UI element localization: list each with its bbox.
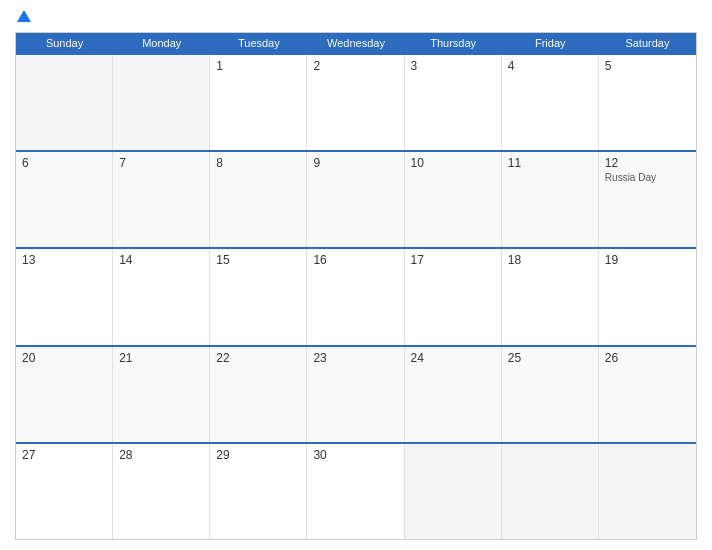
logo-triangle-icon [17, 10, 31, 22]
day-header-sunday: Sunday [16, 33, 113, 53]
day-header-monday: Monday [113, 33, 210, 53]
calendar-cell: 26 [599, 347, 696, 442]
day-number: 12 [605, 156, 690, 170]
week-row-5: 27282930 [16, 442, 696, 539]
day-number: 30 [313, 448, 397, 462]
day-number: 16 [313, 253, 397, 267]
day-number: 9 [313, 156, 397, 170]
calendar-cell [113, 55, 210, 150]
day-number: 13 [22, 253, 106, 267]
day-number: 17 [411, 253, 495, 267]
day-number: 20 [22, 351, 106, 365]
day-number: 15 [216, 253, 300, 267]
calendar-cell [502, 444, 599, 539]
calendar-cell: 28 [113, 444, 210, 539]
calendar-cell: 29 [210, 444, 307, 539]
calendar-cell: 14 [113, 249, 210, 344]
calendar-page: SundayMondayTuesdayWednesdayThursdayFrid… [0, 0, 712, 550]
day-number: 11 [508, 156, 592, 170]
calendar-cell: 10 [405, 152, 502, 247]
calendar-cell: 19 [599, 249, 696, 344]
day-header-friday: Friday [502, 33, 599, 53]
calendar-grid: SundayMondayTuesdayWednesdayThursdayFrid… [15, 32, 697, 540]
calendar-cell: 4 [502, 55, 599, 150]
calendar-cell: 25 [502, 347, 599, 442]
day-number: 21 [119, 351, 203, 365]
week-row-1: 12345 [16, 53, 696, 150]
logo [15, 10, 31, 24]
calendar-cell: 22 [210, 347, 307, 442]
calendar-cell: 9 [307, 152, 404, 247]
day-number: 2 [313, 59, 397, 73]
calendar-cell: 20 [16, 347, 113, 442]
calendar-cell: 5 [599, 55, 696, 150]
day-number: 3 [411, 59, 495, 73]
week-row-2: 6789101112Russia Day [16, 150, 696, 247]
calendar-cell: 15 [210, 249, 307, 344]
day-number: 22 [216, 351, 300, 365]
calendar-cell: 23 [307, 347, 404, 442]
day-number: 1 [216, 59, 300, 73]
day-header-tuesday: Tuesday [210, 33, 307, 53]
calendar-cell: 21 [113, 347, 210, 442]
calendar-cell: 17 [405, 249, 502, 344]
header [15, 10, 697, 24]
day-number: 24 [411, 351, 495, 365]
calendar-cell: 7 [113, 152, 210, 247]
calendar-cell [405, 444, 502, 539]
calendar-cell: 18 [502, 249, 599, 344]
calendar-cell: 1 [210, 55, 307, 150]
calendar-cell: 27 [16, 444, 113, 539]
holiday-label: Russia Day [605, 172, 690, 183]
calendar-cell [599, 444, 696, 539]
day-number: 10 [411, 156, 495, 170]
day-number: 18 [508, 253, 592, 267]
day-number: 29 [216, 448, 300, 462]
calendar-body: 123456789101112Russia Day131415161718192… [16, 53, 696, 539]
day-header-thursday: Thursday [405, 33, 502, 53]
day-number: 14 [119, 253, 203, 267]
calendar-header: SundayMondayTuesdayWednesdayThursdayFrid… [16, 33, 696, 53]
calendar-cell: 30 [307, 444, 404, 539]
day-number: 6 [22, 156, 106, 170]
calendar-cell: 24 [405, 347, 502, 442]
week-row-3: 13141516171819 [16, 247, 696, 344]
calendar-cell [16, 55, 113, 150]
calendar-cell: 11 [502, 152, 599, 247]
calendar-cell: 13 [16, 249, 113, 344]
calendar-cell: 2 [307, 55, 404, 150]
calendar-cell: 3 [405, 55, 502, 150]
day-number: 27 [22, 448, 106, 462]
day-header-saturday: Saturday [599, 33, 696, 53]
day-number: 7 [119, 156, 203, 170]
week-row-4: 20212223242526 [16, 345, 696, 442]
day-number: 4 [508, 59, 592, 73]
day-number: 19 [605, 253, 690, 267]
day-number: 25 [508, 351, 592, 365]
calendar-cell: 16 [307, 249, 404, 344]
calendar-cell: 6 [16, 152, 113, 247]
day-number: 5 [605, 59, 690, 73]
day-header-wednesday: Wednesday [307, 33, 404, 53]
day-number: 8 [216, 156, 300, 170]
day-number: 28 [119, 448, 203, 462]
calendar-cell: 8 [210, 152, 307, 247]
calendar-cell: 12Russia Day [599, 152, 696, 247]
day-number: 23 [313, 351, 397, 365]
day-number: 26 [605, 351, 690, 365]
